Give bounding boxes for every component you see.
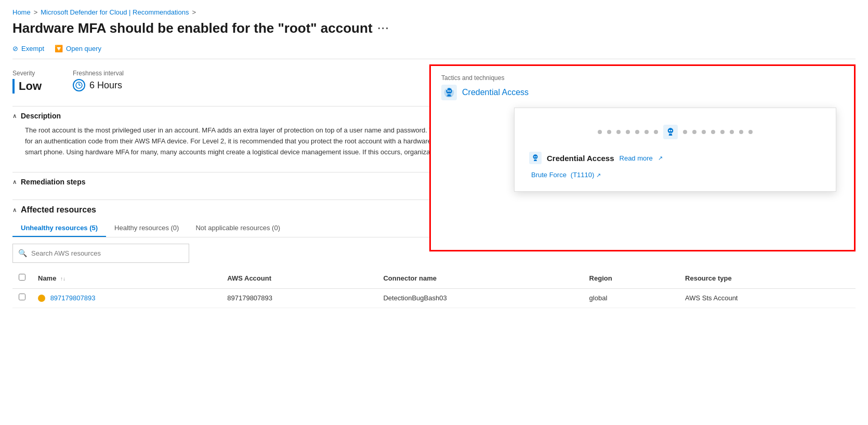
row-name: 897179807893	[32, 288, 221, 308]
dot-3	[616, 130, 621, 134]
open-query-icon: 🔽	[55, 45, 63, 52]
row-aws-account: 897179807893	[221, 288, 377, 308]
dot-12	[720, 130, 725, 134]
freshness-label: Freshness interval	[73, 70, 124, 77]
tooltip-technique-row: Brute Force (T1110) ↗	[529, 170, 821, 179]
breadcrumb-recommendations[interactable]: Microsoft Defender for Cloud | Recommend…	[41, 8, 189, 16]
search-icon: 🔍	[18, 247, 27, 259]
select-all-checkbox[interactable]	[19, 274, 25, 281]
row-checkbox-cell	[12, 288, 32, 308]
svg-rect-7	[446, 96, 452, 97]
svg-rect-6	[448, 94, 451, 94]
page-title-ellipsis[interactable]: ···	[378, 22, 390, 34]
svg-point-12	[670, 130, 672, 131]
table-header-checkbox	[12, 269, 32, 288]
dot-14	[739, 130, 743, 134]
tab-unhealthy[interactable]: Unhealthy resources (5)	[12, 220, 106, 237]
svg-text:✕: ✕	[445, 88, 448, 91]
severity-block: Severity Low	[12, 70, 42, 94]
resources-table: Name ↑↓ AWS Account Connector name Regio…	[12, 269, 856, 309]
tooltip-technique-link[interactable]: Brute Force	[531, 171, 567, 179]
resource-name-link[interactable]: 897179807893	[50, 294, 96, 302]
row-region: global	[583, 288, 679, 308]
table-header-connector: Connector name	[377, 269, 583, 288]
dot-4	[626, 130, 630, 134]
affected-resources-title: Affected resources	[21, 205, 96, 215]
clock-icon	[73, 79, 85, 91]
page-title: Hardware MFA should be enabled for the "…	[12, 20, 856, 36]
dot-6	[645, 130, 649, 134]
severity-value: Low	[19, 79, 42, 93]
dot-13	[730, 130, 734, 134]
svg-text:✕: ✕	[451, 88, 454, 91]
svg-point-15	[534, 156, 535, 157]
resource-status-icon	[38, 295, 45, 302]
dot-5	[635, 130, 639, 134]
row-connector: DetectionBugBash03	[377, 288, 583, 308]
open-query-button[interactable]: 🔽 Open query	[55, 45, 101, 52]
breadcrumb: Home > Microsoft Defender for Cloud | Re…	[12, 8, 856, 16]
table-header-aws-account: AWS Account	[221, 269, 377, 288]
tooltip-read-more-link[interactable]: Read more	[620, 154, 653, 162]
tactics-dots-row	[529, 125, 821, 139]
remediation-chevron: ∧	[12, 179, 17, 185]
svg-point-11	[669, 130, 670, 131]
breadcrumb-sep1: >	[34, 8, 38, 16]
dot-15	[748, 130, 753, 134]
tab-healthy[interactable]: Healthy resources (0)	[106, 220, 187, 237]
table-header: Name ↑↓ AWS Account Connector name Regio…	[12, 269, 856, 288]
dot-2	[607, 130, 611, 134]
freshness-block: Freshness interval 6 Hours	[73, 70, 124, 91]
svg-rect-13	[669, 133, 672, 134]
dot-11	[711, 130, 715, 134]
svg-rect-17	[534, 159, 537, 160]
dot-8	[683, 130, 687, 134]
info-row: Severity Low Freshness interval 6 Hours	[12, 70, 856, 94]
tooltip-title: Credential Access	[547, 154, 614, 163]
dot-1	[598, 130, 602, 134]
dot-10	[702, 130, 706, 134]
row-resource-type: AWS Sts Account	[679, 288, 856, 308]
description-chevron: ∧	[12, 113, 17, 119]
exempt-icon: ⊘	[12, 45, 18, 52]
svg-point-16	[535, 156, 536, 157]
table-row: 897179807893 897179807893 DetectionBugBa…	[12, 288, 856, 308]
table-header-resource-type: Resource type	[679, 269, 856, 288]
remediation-title: Remediation steps	[21, 178, 85, 186]
severity-label: Severity	[12, 70, 42, 77]
table-body: 897179807893 897179807893 DetectionBugBa…	[12, 288, 856, 308]
credential-access-icon: ✕ ✕	[441, 85, 457, 100]
search-input[interactable]	[31, 249, 183, 257]
tooltip-technique-code[interactable]: (T1110)	[571, 171, 595, 179]
external-link-icon: ↗	[658, 155, 663, 162]
severity-indicator	[12, 79, 15, 94]
exempt-button[interactable]: ⊘ Exempt	[12, 45, 44, 52]
table-header-region: Region	[583, 269, 679, 288]
tooltip-title-row: Credential Access Read more ↗	[529, 152, 821, 164]
tooltip-tactic-icon	[663, 125, 678, 139]
toolbar: ⊘ Exempt 🔽 Open query	[12, 45, 856, 59]
tactics-label: Tactics and techniques	[441, 74, 844, 82]
breadcrumb-sep2: >	[192, 8, 196, 16]
breadcrumb-home[interactable]: Home	[12, 8, 31, 16]
affected-chevron: ∧	[12, 207, 17, 214]
name-sort-icon[interactable]: ↑↓	[60, 276, 65, 282]
tactics-link[interactable]: Credential Access	[462, 88, 529, 97]
tactics-item: ✕ ✕ Credential Access	[441, 85, 844, 100]
dot-9	[692, 130, 696, 134]
dot-7	[654, 130, 658, 134]
technique-external-icon: ↗	[596, 172, 601, 178]
search-box: 🔍	[12, 244, 189, 262]
table-header-name: Name ↑↓	[32, 269, 221, 288]
tooltip-icon	[529, 152, 542, 164]
row-checkbox[interactable]	[19, 294, 25, 300]
freshness-value: 6 Hours	[89, 80, 122, 91]
tactics-section: Tactics and techniques ✕ ✕ Credential Ac…	[429, 64, 856, 251]
description-title: Description	[21, 112, 61, 120]
tooltip-content: Credential Access Read more ↗ Brute Forc…	[529, 152, 821, 179]
tab-not-applicable[interactable]: Not applicable resources (0)	[187, 220, 288, 237]
tactics-tooltip: Credential Access Read more ↗ Brute Forc…	[514, 108, 836, 192]
